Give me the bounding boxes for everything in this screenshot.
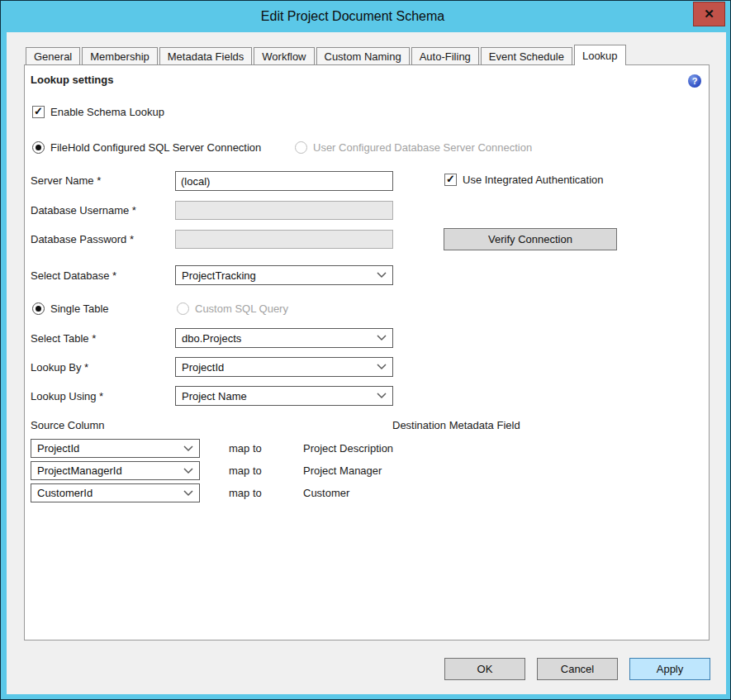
apply-label: Apply [657, 663, 684, 675]
chevron-down-icon [183, 445, 193, 452]
source-column-value: ProjectId [37, 442, 79, 455]
tab-custom-naming[interactable]: Custom Naming [316, 47, 410, 65]
database-password-input [175, 230, 393, 249]
cancel-button[interactable]: Cancel [537, 658, 618, 680]
lookup-using-label: Lookup Using * [31, 390, 103, 403]
destination-metadata-field-header: Destination Metadata Field [392, 419, 520, 432]
tab-label: Membership [90, 50, 150, 63]
database-password-label: Database Password * [31, 233, 134, 246]
use-integrated-auth-label: Use Integrated Authentication [463, 174, 604, 187]
source-column-value: CustomerId [37, 487, 93, 499]
source-column-dropdown-2[interactable]: ProjectManagerId [31, 461, 200, 480]
help-icon[interactable]: ? [688, 74, 701, 88]
single-table-label: Single Table [50, 302, 109, 316]
lookup-using-dropdown[interactable]: Project Name [175, 386, 393, 406]
select-table-value: dbo.Projects [182, 332, 241, 345]
ok-label: OK [477, 663, 493, 675]
lookup-by-label: Lookup By * [31, 361, 88, 374]
tab-workflow[interactable]: Workflow [254, 47, 314, 65]
map-to-label: map to [229, 487, 262, 500]
lookup-using-value: Project Name [182, 390, 247, 402]
custom-sql-query-label: Custom SQL Query [195, 302, 288, 316]
select-table-label: Select Table * [31, 332, 96, 345]
filehold-connection-radio[interactable] [32, 141, 45, 154]
select-database-label: Select Database * [31, 269, 116, 283]
tab-label: Auto-Filing [420, 50, 471, 63]
source-column-value: ProjectManagerId [37, 464, 122, 477]
chevron-down-icon [377, 335, 387, 341]
map-to-label: map to [229, 442, 262, 455]
destination-field-1: Project Description [303, 442, 393, 455]
enable-schema-lookup-label: Enable Schema Lookup [50, 106, 164, 119]
destination-field-3: Customer [303, 487, 349, 500]
checkmark-icon: ✓ [446, 174, 455, 184]
lookup-by-dropdown[interactable]: ProjectId [175, 357, 393, 377]
database-username-label: Database Username * [31, 204, 136, 217]
map-to-label: map to [229, 464, 262, 478]
chevron-down-icon [183, 468, 193, 474]
tab-label: Event Schedule [489, 50, 564, 63]
use-integrated-auth-checkbox[interactable]: ✓ [444, 174, 457, 186]
server-name-label: Server Name * [31, 174, 101, 188]
tab-label: Custom Naming [325, 50, 401, 63]
tab-membership[interactable]: Membership [82, 47, 158, 65]
user-connection-radio[interactable] [295, 141, 307, 154]
page-title: Lookup settings [31, 74, 113, 87]
radio-dot [36, 145, 41, 150]
verify-connection-label: Verify Connection [488, 233, 572, 245]
tab-label: General [34, 50, 72, 63]
filehold-connection-label: FileHold Configured SQL Server Connectio… [50, 141, 261, 155]
lookup-by-value: ProjectId [182, 361, 224, 374]
titlebar: Edit Project Document Schema [2, 1, 704, 31]
tab-label: Lookup [582, 50, 618, 62]
database-username-input [175, 201, 393, 220]
user-connection-label: User Configured Database Server Connecti… [313, 141, 532, 155]
select-database-dropdown[interactable]: ProjectTracking [175, 265, 393, 285]
source-column-dropdown-1[interactable]: ProjectId [31, 439, 200, 458]
destination-field-2: Project Manager [303, 464, 382, 478]
tab-label: Workflow [262, 50, 306, 63]
source-column-dropdown-3[interactable]: CustomerId [31, 483, 200, 502]
tab-metadata-fields[interactable]: Metadata Fields [159, 47, 253, 65]
tab-auto-filing[interactable]: Auto-Filing [411, 47, 479, 65]
verify-connection-button[interactable]: Verify Connection [444, 228, 617, 250]
tab-label: Metadata Fields [168, 50, 244, 63]
help-glyph: ? [692, 77, 698, 86]
tab-general[interactable]: General [26, 47, 80, 65]
select-database-value: ProjectTracking [182, 269, 256, 282]
server-name-input[interactable] [175, 171, 393, 191]
cancel-label: Cancel [561, 663, 594, 675]
window-title: Edit Project Document Schema [261, 9, 444, 24]
apply-button[interactable]: Apply [629, 658, 710, 680]
chevron-down-icon [183, 490, 193, 497]
radio-dot [36, 306, 41, 312]
custom-sql-query-radio[interactable] [177, 302, 189, 315]
enable-schema-lookup-checkbox[interactable]: ✓ [32, 106, 45, 118]
tab-bar: General Membership Metadata Fields Workf… [26, 45, 628, 65]
ok-button[interactable]: OK [444, 658, 525, 680]
select-table-dropdown[interactable]: dbo.Projects [175, 328, 393, 348]
chevron-down-icon [377, 364, 387, 370]
edit-project-document-schema-dialog: Edit Project Document Schema ✕ General M… [0, 0, 731, 700]
source-column-header: Source Column [31, 419, 105, 432]
chevron-down-icon [377, 272, 387, 279]
close-icon: ✕ [704, 7, 714, 21]
chevron-down-icon [377, 393, 387, 399]
checkmark-icon: ✓ [34, 106, 43, 117]
single-table-radio[interactable] [32, 302, 45, 315]
tab-lookup[interactable]: Lookup [574, 45, 626, 65]
tab-event-schedule[interactable]: Event Schedule [481, 47, 572, 65]
lookup-tab-panel: Lookup settings ? ✓ Enable Schema Lookup… [24, 64, 710, 640]
close-button[interactable]: ✕ [693, 2, 725, 26]
